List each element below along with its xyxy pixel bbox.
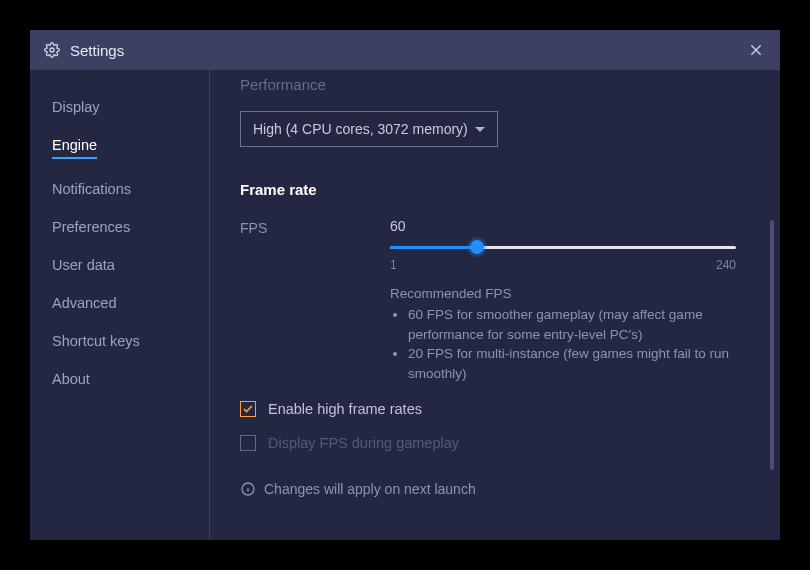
sidebar-item-advanced[interactable]: Advanced bbox=[30, 284, 209, 322]
close-button[interactable] bbox=[742, 36, 770, 64]
checkbox-icon bbox=[240, 435, 256, 451]
recommended-list: 60 FPS for smoother gameplay (may affect… bbox=[390, 305, 736, 383]
footer-notice-text: Changes will apply on next launch bbox=[264, 481, 476, 497]
close-icon bbox=[748, 42, 764, 58]
sidebar-item-display[interactable]: Display bbox=[30, 88, 209, 126]
fps-label: FPS bbox=[240, 218, 390, 383]
window-body: Display Engine Notifications Preferences… bbox=[30, 70, 780, 540]
slider-scale: 1 240 bbox=[390, 258, 736, 272]
sidebar-item-about[interactable]: About bbox=[30, 360, 209, 398]
display-fps-checkbox[interactable]: Display FPS during gameplay bbox=[240, 435, 750, 451]
fps-value: 60 bbox=[390, 218, 736, 234]
slider-track-fill bbox=[390, 246, 477, 249]
enable-high-frame-rates-checkbox[interactable]: Enable high frame rates bbox=[240, 401, 750, 417]
svg-point-0 bbox=[50, 48, 54, 52]
chevron-down-icon bbox=[475, 127, 485, 132]
recommended-item: 20 FPS for multi-instance (few games mig… bbox=[408, 344, 736, 383]
sidebar: Display Engine Notifications Preferences… bbox=[30, 70, 210, 540]
sidebar-item-preferences[interactable]: Preferences bbox=[30, 208, 209, 246]
titlebar: Settings bbox=[30, 30, 780, 70]
fps-slider-area: 60 1 240 Recommended FPS 60 FPS for smoo… bbox=[390, 218, 750, 383]
sidebar-item-shortcut-keys[interactable]: Shortcut keys bbox=[30, 322, 209, 360]
scrollbar[interactable] bbox=[770, 220, 774, 470]
info-icon bbox=[240, 481, 256, 497]
recommended-item: 60 FPS for smoother gameplay (may affect… bbox=[408, 305, 736, 344]
sidebar-item-engine[interactable]: Engine bbox=[30, 126, 209, 170]
settings-window: Settings Display Engine Notifications Pr… bbox=[30, 30, 780, 540]
checkbox-label: Display FPS during gameplay bbox=[268, 435, 459, 451]
performance-heading: Performance bbox=[240, 76, 750, 93]
slider-max: 240 bbox=[716, 258, 736, 272]
fps-slider[interactable] bbox=[390, 240, 736, 254]
frame-rate-heading: Frame rate bbox=[240, 181, 750, 198]
fps-row: FPS 60 1 240 Recommended FPS 60 FPS for … bbox=[240, 218, 750, 383]
window-title: Settings bbox=[70, 42, 124, 59]
content-pane: Performance High (4 CPU cores, 3072 memo… bbox=[210, 70, 780, 540]
sidebar-item-user-data[interactable]: User data bbox=[30, 246, 209, 284]
slider-thumb[interactable] bbox=[470, 240, 484, 254]
performance-dropdown[interactable]: High (4 CPU cores, 3072 memory) bbox=[240, 111, 498, 147]
recommended-title: Recommended FPS bbox=[390, 286, 736, 301]
checkbox-label: Enable high frame rates bbox=[268, 401, 422, 417]
footer-notice: Changes will apply on next launch bbox=[240, 481, 750, 497]
gear-icon bbox=[44, 42, 60, 58]
checkbox-icon bbox=[240, 401, 256, 417]
slider-min: 1 bbox=[390, 258, 397, 272]
performance-dropdown-value: High (4 CPU cores, 3072 memory) bbox=[253, 121, 468, 137]
sidebar-item-notifications[interactable]: Notifications bbox=[30, 170, 209, 208]
